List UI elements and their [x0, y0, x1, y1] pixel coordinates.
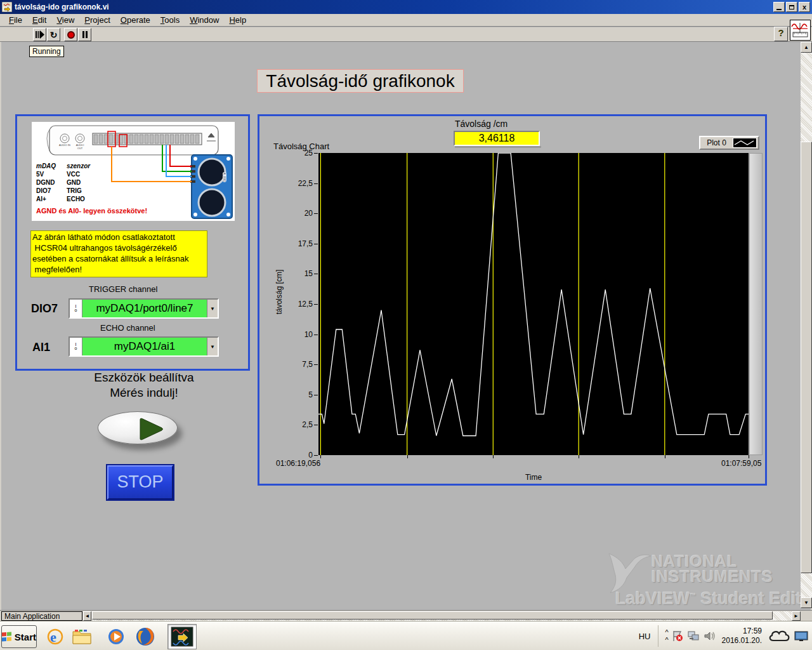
y-tick-mark [314, 335, 318, 335]
close-button[interactable]: x [799, 2, 810, 12]
app-instance-selector[interactable]: Main Application Instance [1, 611, 82, 621]
wiring-diagram: AUDIO IN AUDIO OUT 4_000 mDAQszenzor 5VV… [32, 122, 235, 221]
x-tick-mark [493, 455, 494, 458]
folder-icon[interactable] [71, 627, 93, 647]
y-tick-label: 0 [271, 451, 313, 460]
taskbar-clock[interactable]: 17:592016.01.20. [718, 627, 766, 646]
trigger-channel-selector[interactable]: Io myDAQ1/port0/line7 ▼ [69, 298, 219, 319]
running-indicator: Running [29, 46, 64, 57]
trigger-channel-value[interactable]: myDAQ1/port0/line7 [82, 300, 207, 317]
y-axis-title: távolság [cm] [275, 263, 284, 321]
y-tick-mark [314, 395, 318, 395]
echo-channel-value[interactable]: myDAQ1/ai1 [82, 338, 207, 355]
language-indicator[interactable]: HU [635, 632, 655, 641]
setup-panel: AUDIO IN AUDIO OUT 4_000 mDAQszenzor 5VV… [15, 114, 250, 371]
menu-item-operate[interactable]: Operate [115, 15, 155, 25]
chart-right-margin [749, 153, 763, 455]
chevron-down-icon[interactable]: ▼ [207, 300, 218, 317]
x-axis-end-label: 01:07:59,05 [721, 459, 761, 468]
y-tick-mark [314, 153, 318, 154]
labview-edition-text: LabVIEW™ Student Edition [615, 589, 812, 609]
menu-item-view[interactable]: View [51, 15, 79, 25]
legend-label: Plot 0 [700, 138, 733, 147]
media-player-icon[interactable] [105, 627, 127, 647]
minimize-icon [776, 9, 782, 10]
menu-item-tools[interactable]: Tools [155, 15, 185, 25]
run-continuous-icon: ↻ [50, 30, 58, 40]
chart-panel: Távolság /cm 3,46118 Távolság Chart Plot… [258, 114, 767, 486]
y-tick-label: 2,5 [271, 420, 313, 429]
run-continuous-button[interactable]: ↻ [47, 28, 60, 41]
front-panel: Running Távolság-idő grafikonok [0, 42, 812, 610]
context-help-button[interactable]: ? [774, 27, 788, 41]
windows-logo-icon [2, 632, 12, 641]
x-axis-title: Time [318, 473, 749, 482]
security-alert-flag-icon[interactable] [672, 630, 683, 642]
io-glyph-icon: Io [70, 300, 82, 317]
y-tick-label: 25 [271, 149, 313, 157]
y-tick-label: 22,5 [271, 179, 313, 188]
measurement-panel-icon [790, 20, 811, 41]
x-tick-mark [665, 455, 665, 458]
scroll-right-button[interactable]: ► [792, 611, 801, 621]
taskbar: Start e HU ^^ [0, 621, 812, 650]
scroll-up-button[interactable]: ▲ [801, 42, 812, 53]
waveform-plot-area [318, 153, 749, 455]
restore-icon [789, 5, 794, 10]
page-title: Távolság-idő grafikonok [257, 69, 464, 93]
x-tick-mark [749, 455, 749, 458]
pause-icon [82, 31, 88, 38]
run-button[interactable] [33, 28, 46, 41]
network-icon[interactable] [687, 630, 700, 642]
y-tick-label: 20 [271, 209, 313, 218]
x-tick-mark [407, 455, 408, 458]
labview-window: távolság-ido grafikonok.vi x FileEditVie… [0, 0, 812, 650]
y-tick-mark [314, 304, 318, 305]
legend-line-swatch-icon [733, 138, 757, 148]
start-measure-toggle[interactable] [98, 411, 178, 444]
x-axis-start-label: 01:06:19,056 [276, 459, 320, 468]
system-tray: HU ^^ 17:592016.01.20. [635, 621, 812, 650]
y-tick-mark [314, 455, 318, 456]
echo-channel-name: AI1 [32, 341, 50, 354]
start-button[interactable]: Start [1, 625, 37, 648]
run-arrow-icon [35, 30, 44, 39]
distance-value-display: 3,46118 [454, 131, 540, 146]
menu-item-help[interactable]: Help [224, 15, 251, 25]
x-tick-mark [579, 455, 579, 458]
plot-legend[interactable]: Plot 0 [699, 136, 759, 150]
echo-channel-label: ECHO channel [100, 323, 155, 333]
horizontal-scroll-track[interactable] [92, 611, 792, 621]
stop-button[interactable]: STOP [107, 465, 173, 500]
scroll-down-button[interactable]: ▼ [801, 597, 812, 608]
window-title: távolság-ido grafikonok.vi [15, 3, 772, 11]
horizontal-scroll-thumb[interactable] [92, 611, 773, 620]
instance-arrow-button[interactable]: ◄ [83, 611, 91, 621]
chevron-icon[interactable]: ^^ [662, 628, 669, 644]
status-message: Eszközök beállítva Mérés indulj! [62, 370, 226, 401]
trigger-channel-name: DIO7 [31, 302, 58, 315]
sensor-marking: 4_000 [223, 172, 226, 182]
menu-item-window[interactable]: Window [185, 15, 224, 25]
firefox-icon[interactable] [134, 627, 156, 647]
menu-item-project[interactable]: Project [79, 15, 115, 25]
pause-button[interactable] [78, 28, 91, 41]
chevron-down-icon[interactable]: ▼ [207, 338, 218, 355]
speaker-icon[interactable] [704, 630, 716, 642]
minimize-button[interactable] [773, 2, 785, 12]
restore-button[interactable] [786, 2, 797, 12]
display-icon[interactable] [794, 630, 808, 642]
echo-channel-selector[interactable]: Io myDAQ1/ai1 ▼ [69, 336, 219, 357]
vertical-scrollbar[interactable]: ▲ ▼ [801, 42, 812, 608]
menu-item-edit[interactable]: Edit [27, 15, 51, 25]
y-tick-mark [314, 183, 318, 184]
ie-icon[interactable]: e [44, 627, 66, 647]
menu-item-file[interactable]: File [4, 15, 27, 25]
svg-text:e: e [50, 629, 56, 645]
labview-taskbar-button[interactable] [167, 624, 197, 649]
y-tick-mark [314, 274, 318, 274]
cloud-icon[interactable] [768, 628, 790, 644]
ni-eagle-icon [604, 552, 653, 594]
vertical-scroll-thumb[interactable] [801, 142, 812, 573]
abort-button[interactable] [64, 28, 77, 41]
